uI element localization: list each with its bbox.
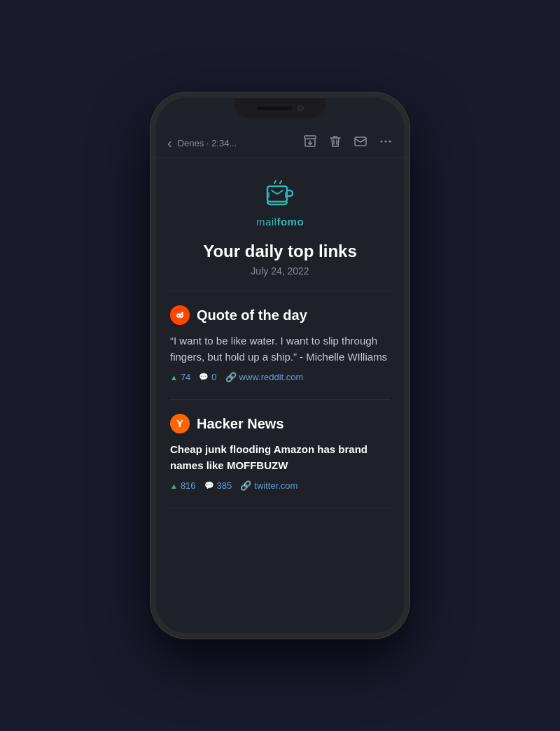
section-header-hn: Y Hacker News xyxy=(170,414,390,433)
email-content: mailfomo Your daily top links July 24, 2… xyxy=(156,158,404,633)
upvote-icon-hn: ▲ xyxy=(170,482,178,490)
reddit-icon xyxy=(170,305,190,325)
email-title: Your daily top links xyxy=(170,242,390,261)
notch-speaker xyxy=(257,106,292,110)
reddit-link[interactable]: www.reddit.com xyxy=(239,372,304,382)
hn-comments-link[interactable]: 385 xyxy=(217,480,232,491)
section-divider-2 xyxy=(170,508,390,508)
trash-icon[interactable] xyxy=(328,134,342,152)
upvote-icon: ▲ xyxy=(170,373,178,382)
more-icon[interactable] xyxy=(379,134,393,152)
link-hn[interactable]: 🔗 twitter.com xyxy=(240,480,298,491)
section-title-hn: Hacker News xyxy=(197,416,284,432)
email-toolbar: ‹ Denes · 2:34... xyxy=(156,129,404,158)
section-title-reddit: Quote of the day xyxy=(197,307,307,323)
link-reddit[interactable]: 🔗 www.reddit.com xyxy=(225,372,304,382)
link-icon: 🔗 xyxy=(225,372,237,382)
svg-point-4 xyxy=(389,141,391,143)
phone-notch xyxy=(234,98,326,118)
comment-icon: 💬 xyxy=(199,373,209,382)
email-date: July 24, 2022 xyxy=(170,265,390,277)
hn-link[interactable]: twitter.com xyxy=(254,480,298,491)
section-hn: Y Hacker News Cheap junk flooding Amazon… xyxy=(170,414,390,491)
reddit-meta: ▲ 74 💬 0 🔗 www.reddit.com xyxy=(170,372,390,382)
upvotes-reddit: ▲ 74 xyxy=(170,372,190,382)
quote-content: “I want to be like water. I want to slip… xyxy=(170,333,390,365)
sender-info: Denes · 2:34... xyxy=(178,138,237,148)
comments-hn: 💬 385 xyxy=(204,480,232,491)
svg-rect-1 xyxy=(355,137,366,146)
hn-icon: Y xyxy=(170,414,190,433)
svg-point-2 xyxy=(381,141,383,143)
toolbar-left: ‹ Denes · 2:34... xyxy=(167,135,237,151)
logo-area: mailfomo xyxy=(170,175,390,228)
toolbar-icons xyxy=(303,134,393,152)
phone-screen: ‹ Denes · 2:34... xyxy=(156,98,404,633)
hn-content-text: Cheap junk flooding Amazon has brand nam… xyxy=(170,443,368,471)
section-header-reddit: Quote of the day xyxy=(170,305,390,325)
hn-content: Cheap junk flooding Amazon has brand nam… xyxy=(170,442,390,473)
logo-text: mailfomo xyxy=(256,216,304,228)
svg-rect-0 xyxy=(304,136,316,139)
hn-meta: ▲ 816 💬 385 🔗 twitter.com xyxy=(170,480,390,491)
comment-icon-hn: 💬 xyxy=(204,481,214,490)
header-divider xyxy=(170,291,390,291)
notch-camera xyxy=(298,105,304,111)
mailfomo-logo xyxy=(262,175,298,211)
mail-icon[interactable] xyxy=(354,134,368,152)
comments-reddit: 💬 0 xyxy=(199,372,216,382)
section-reddit: Quote of the day “I want to be like wate… xyxy=(170,305,390,382)
email-body: mailfomo Your daily top links July 24, 2… xyxy=(156,158,404,539)
upvotes-hn: ▲ 816 xyxy=(170,480,196,491)
phone-frame: ‹ Denes · 2:34... xyxy=(150,92,410,639)
archive-icon[interactable] xyxy=(303,134,317,152)
svg-point-3 xyxy=(385,141,387,143)
back-button[interactable]: ‹ xyxy=(167,135,172,151)
link-icon-hn: 🔗 xyxy=(240,480,251,491)
section-divider-1 xyxy=(170,399,390,400)
